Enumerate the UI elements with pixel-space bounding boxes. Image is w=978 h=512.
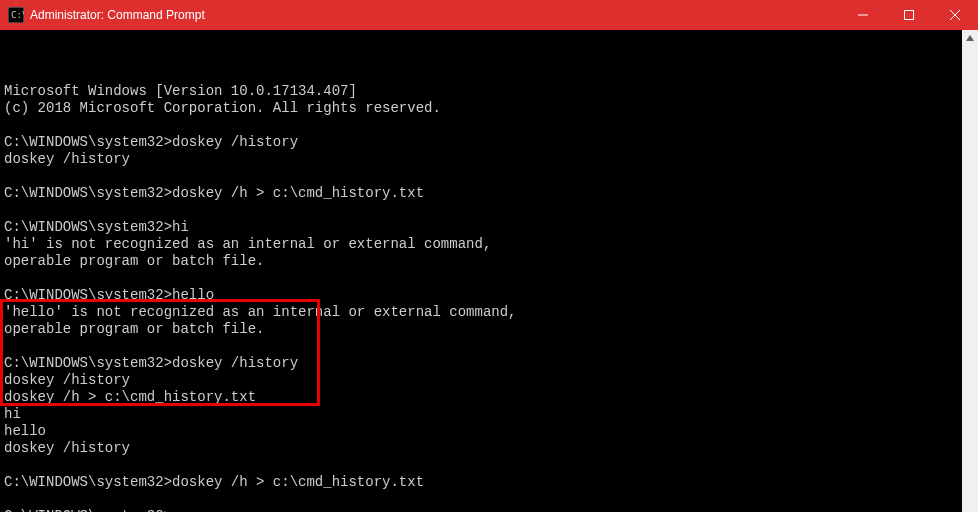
terminal-line: doskey /history: [4, 151, 962, 168]
window-controls: [840, 0, 978, 30]
terminal-line: C:\WINDOWS\system32>hi: [4, 219, 962, 236]
command-prompt-window: C:\ Administrator: Command Prompt Micros…: [0, 0, 978, 512]
terminal-line: doskey /h > c:\cmd_history.txt: [4, 389, 962, 406]
terminal-line: Microsoft Windows [Version 10.0.17134.40…: [4, 83, 962, 100]
terminal-output[interactable]: Microsoft Windows [Version 10.0.17134.40…: [0, 30, 962, 512]
terminal-line: [4, 338, 962, 355]
terminal-line: C:\WINDOWS\system32>: [4, 508, 962, 512]
terminal-line: doskey /history: [4, 372, 962, 389]
terminal-line: C:\WINDOWS\system32>hello: [4, 287, 962, 304]
scroll-track[interactable]: [962, 46, 978, 509]
terminal-line: C:\WINDOWS\system32>doskey /h > c:\cmd_h…: [4, 185, 962, 202]
terminal-line: [4, 117, 962, 134]
terminal-line: [4, 457, 962, 474]
terminal-line: 'hello' is not recognized as an internal…: [4, 304, 962, 321]
terminal-line: [4, 168, 962, 185]
terminal-line: doskey /history: [4, 440, 962, 457]
terminal-line: [4, 491, 962, 508]
svg-marker-6: [966, 35, 974, 41]
close-button[interactable]: [932, 0, 978, 30]
svg-rect-3: [905, 11, 914, 20]
svg-text:C:\: C:\: [11, 10, 24, 20]
minimize-button[interactable]: [840, 0, 886, 30]
titlebar[interactable]: C:\ Administrator: Command Prompt: [0, 0, 978, 30]
scroll-up-button[interactable]: [962, 30, 978, 46]
terminal-line: hi: [4, 406, 962, 423]
terminal-line: C:\WINDOWS\system32>doskey /h > c:\cmd_h…: [4, 474, 962, 491]
terminal-container: Microsoft Windows [Version 10.0.17134.40…: [0, 30, 978, 512]
terminal-line: [4, 270, 962, 287]
terminal-line: [4, 202, 962, 219]
terminal-line: operable program or batch file.: [4, 253, 962, 270]
terminal-line: C:\WINDOWS\system32>doskey /history: [4, 355, 962, 372]
terminal-line: hello: [4, 423, 962, 440]
window-title: Administrator: Command Prompt: [30, 8, 840, 22]
terminal-line: C:\WINDOWS\system32>doskey /history: [4, 134, 962, 151]
terminal-line: (c) 2018 Microsoft Corporation. All righ…: [4, 100, 962, 117]
vertical-scrollbar[interactable]: [962, 30, 978, 512]
cmd-icon: C:\: [8, 7, 24, 23]
terminal-line: operable program or batch file.: [4, 321, 962, 338]
maximize-button[interactable]: [886, 0, 932, 30]
terminal-line: 'hi' is not recognized as an internal or…: [4, 236, 962, 253]
